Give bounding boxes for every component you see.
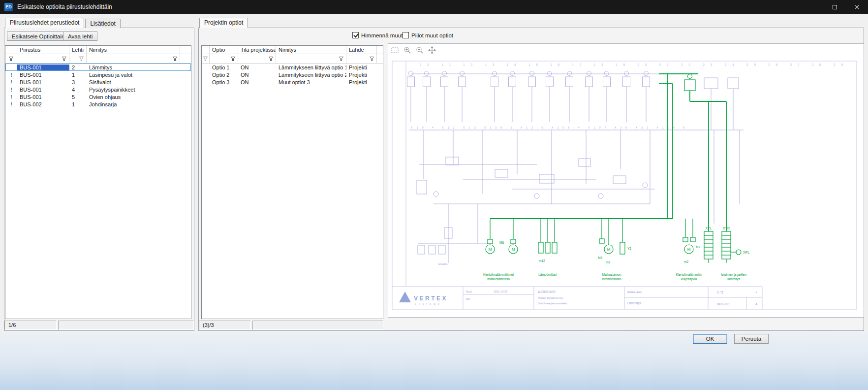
col-flag[interactable]: [202, 46, 210, 54]
maximize-button[interactable]: [824, 0, 846, 14]
preview-by-options-button[interactable]: Esikatsele Optioittain: [7, 32, 69, 41]
sheet-row[interactable]: ! BUS-002 1 Johdinsarja: [5, 100, 191, 108]
sheets-statusbar: 1/6: [4, 321, 194, 330]
group-caption: lämmitys: [727, 277, 740, 281]
group-caption: Lämpömittari: [538, 273, 557, 277]
dim-label: Etuaste: [438, 262, 448, 265]
cell-optio: Optio 3: [210, 79, 238, 85]
motor-symbol: M: [687, 247, 691, 252]
col-nimitys[interactable]: Nimitys: [276, 46, 346, 54]
dim-others-checkbox[interactable]: Himmennä muut: [352, 32, 403, 38]
group-caption: Kiertoilmalämmitin: [676, 273, 702, 276]
status-filler: [252, 321, 383, 330]
cell-lehti: 2: [69, 65, 87, 70]
cell-nimitys: Lämmitys: [87, 65, 180, 70]
connector-name: XTL: [706, 227, 712, 230]
filter-icon[interactable]: [269, 57, 273, 61]
sheet-row[interactable]: BUS-001 2 Lämmitys: [5, 64, 191, 71]
filter-cell[interactable]: [17, 54, 69, 63]
filter-icon[interactable]: [370, 57, 374, 61]
filter-cell[interactable]: [210, 54, 238, 63]
cell-piirustus: BUS-001: [17, 65, 69, 70]
filter-cell[interactable]: [5, 54, 17, 63]
motor-symbol: M: [607, 247, 611, 252]
hide-others-checkbox[interactable]: Piilot muut optiot: [403, 32, 453, 38]
cell-lahde: Projekti: [346, 79, 377, 85]
window-title: Esikatsele optioita piirustuslehdittäin: [17, 3, 112, 10]
col-nimitys[interactable]: Nimitys: [87, 46, 180, 54]
sheet-row[interactable]: ! BUS-001 4 Pysäytyspainikkeet: [5, 86, 191, 93]
tab-perustiedot[interactable]: Piirustuslehdet perustiedot: [5, 18, 84, 28]
cell-nimitys: Pysäytyspainikkeet: [87, 87, 180, 93]
option-row[interactable]: Optio 2 ON Lämmitykseen liittyvä optio 2…: [202, 71, 383, 78]
cell-piirustus: BUS-001: [17, 79, 69, 85]
filter-icon[interactable]: [9, 57, 13, 61]
row-flag: !: [5, 87, 17, 93]
sheet-row[interactable]: ! BUS-001 3 Sisävalot: [5, 78, 191, 86]
group-caption: Istuimen ja peilien: [721, 273, 746, 277]
cell-nimitys: Lämmitykseen liittyvä optio 1: [276, 65, 346, 70]
group-caption: lämmönsäätö: [602, 277, 621, 281]
zoom-in-icon[interactable]: [403, 46, 412, 54]
option-row[interactable]: Optio 3 ON Muut optiot 3 Projekti: [202, 78, 383, 86]
cell-optio: Optio 1: [210, 65, 238, 70]
filter-cell[interactable]: [87, 54, 180, 63]
col-piirustus[interactable]: Piirustus: [17, 46, 69, 54]
group-caption: kuljettajalla: [681, 277, 697, 281]
tb-designer-label: Suun: [466, 290, 472, 293]
ok-button[interactable]: OK: [693, 334, 727, 344]
col-lehti[interactable]: Lehti: [69, 46, 87, 54]
cell-tila: ON: [238, 72, 276, 78]
cell-nimitys: Muut optiot 3: [276, 79, 346, 85]
filter-icon[interactable]: [79, 57, 84, 61]
option-count: (3)/3: [199, 321, 251, 330]
col-optio[interactable]: Optio: [210, 46, 238, 54]
cell-lehti: 1: [69, 72, 87, 78]
preview-toolbar: [391, 46, 436, 54]
component-label: M8: [598, 256, 602, 260]
filter-cell[interactable]: [346, 54, 377, 63]
connector-name: XPL: [743, 251, 749, 254]
filter-cell[interactable]: [238, 54, 276, 63]
tb-company: Vertex Systems Oy: [538, 296, 563, 299]
tb-date: 2021-10-29: [494, 290, 507, 293]
filter-icon[interactable]: [62, 57, 66, 61]
zoom-out-icon[interactable]: [415, 46, 424, 54]
checkbox-label: Himmennä muut: [361, 32, 403, 38]
component-label: m12: [539, 259, 545, 262]
sheet-row[interactable]: ! BUS-001 5 Ovien ohjaus: [5, 93, 191, 100]
option-row[interactable]: Optio 1 ON Lämmitykseen liittyvä optio 1…: [202, 64, 383, 71]
component-label: M7: [696, 245, 700, 249]
group-caption: Kiertoilmalämmittimet: [483, 273, 514, 276]
options-table-header: Optio Tila projektissa Nimitys Lähde: [202, 46, 383, 54]
pan-icon[interactable]: [428, 46, 436, 54]
filter-cell[interactable]: [69, 54, 87, 63]
options-table: Optio Tila projektissa Nimitys Lähde Opt…: [201, 45, 383, 319]
col-lahde[interactable]: Lähde: [346, 46, 377, 54]
component-label: m2: [684, 260, 688, 263]
zoom-window-icon[interactable]: [391, 46, 400, 54]
col-flag[interactable]: [5, 46, 17, 54]
group-caption: Matkustamon: [602, 273, 621, 276]
col-tila[interactable]: Tila projektissa: [238, 46, 276, 54]
tab-lisatiedot[interactable]: Lisätiedot: [85, 19, 120, 28]
cell-piirustus: BUS-001: [17, 72, 69, 78]
filter-cell[interactable]: [202, 54, 210, 63]
cell-tila: ON: [238, 79, 276, 85]
filter-icon[interactable]: [203, 57, 208, 61]
col-filler: [377, 46, 383, 54]
tb-department: Johdinsarjasuunnittelu: [538, 302, 567, 305]
filter-icon[interactable]: [339, 57, 343, 61]
open-sheet-button[interactable]: Avaa lehti: [63, 32, 97, 41]
row-flag: !: [5, 94, 17, 100]
filter-icon[interactable]: [231, 57, 235, 61]
group-caption: matkustamossa: [487, 277, 510, 281]
tab-projektin-optiot[interactable]: Projektin optiot: [199, 18, 248, 28]
close-button[interactable]: [846, 0, 868, 14]
filter-cell[interactable]: [276, 54, 346, 63]
component-label: m9: [606, 260, 610, 264]
sheet-row[interactable]: ! BUS-001 1 Lasinpesu ja valot: [5, 71, 191, 78]
cancel-button[interactable]: Peruuta: [734, 334, 769, 344]
filter-icon[interactable]: [173, 57, 177, 61]
motor-symbol: M: [489, 247, 492, 252]
